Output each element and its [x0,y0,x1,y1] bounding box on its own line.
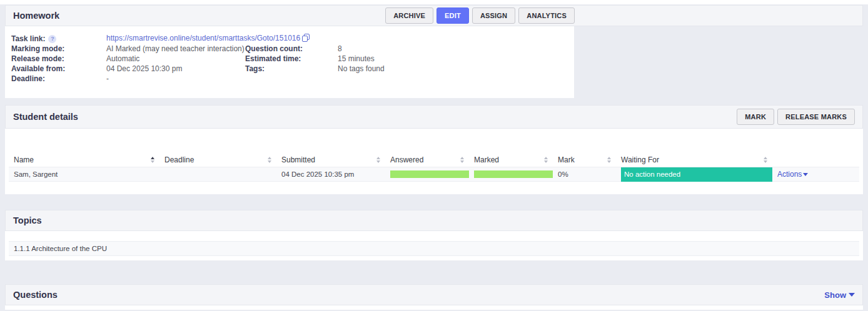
homework-actions: ARCHIVE EDIT ASSIGN ANALYTICS [385,7,575,24]
topics-header: Topics [5,210,863,231]
cell-actions: Actions [772,167,859,181]
column-header-marked[interactable]: Marked [469,152,553,167]
list-item: 1.1.1 Architecture of the CPU [9,241,859,256]
answered-progress-bar [390,170,469,178]
student-table-wrap: Name Deadline Submitted Answered [5,129,863,194]
cell-deadline [159,167,276,181]
sort-icon[interactable] [376,157,380,163]
analytics-button[interactable]: ANALYTICS [518,7,575,24]
marked-progress-bar [474,170,553,178]
chevron-down-icon [803,173,808,176]
topics-card: Topics 1.1.1 Architecture of the CPU [5,210,863,260]
topics-body: 1.1.1 Architecture of the CPU [5,231,863,260]
question-count-label: Question count: [245,44,338,53]
show-questions-toggle[interactable]: Show [824,290,855,300]
homework-card: Homework ARCHIVE EDIT ASSIGN ANALYTICS T… [5,5,863,98]
cell-waiting-for: No action needed [616,167,772,181]
assign-button[interactable]: ASSIGN [472,7,515,24]
waiting-status-badge: No action needed [621,167,772,182]
sort-icon[interactable] [460,157,464,163]
student-details-title: Student details [13,112,78,122]
tags-value: No tags found [338,64,574,73]
cell-answered [385,167,469,181]
archive-button[interactable]: ARCHIVE [385,7,433,24]
question-count-value: 8 [338,44,574,53]
topics-title: Topics [13,215,42,225]
column-header-actions [772,152,859,167]
student-details-card: Student details MARK RELEASE MARKS Name … [5,105,863,194]
column-header-waiting-for[interactable]: Waiting For [616,152,772,167]
column-header-name[interactable]: Name [9,152,159,167]
sort-icon[interactable] [151,157,154,163]
cell-marked [469,167,553,181]
release-marks-button[interactable]: RELEASE MARKS [777,109,855,125]
column-header-mark[interactable]: Mark [553,152,616,167]
task-link-value: https://smartrevise.online/student/smart… [106,34,574,44]
student-details-header: Student details MARK RELEASE MARKS [5,105,863,129]
actions-dropdown[interactable]: Actions [777,170,808,179]
edit-button[interactable]: EDIT [437,7,469,24]
sort-icon[interactable] [607,157,611,163]
sort-icon[interactable] [544,157,548,163]
copy-icon[interactable] [302,34,310,44]
estimated-time-value: 15 minutes [338,54,574,63]
questions-title: Questions [13,290,58,300]
student-table-header: Name Deadline Submitted Answered [9,152,859,167]
estimated-time-label: Estimated time: [245,54,338,63]
student-details-actions: MARK RELEASE MARKS [737,109,855,125]
questions-body [5,305,863,310]
release-mode-label: Release mode: [11,54,106,63]
deadline-label: Deadline: [11,74,106,83]
deadline-value: - [106,74,245,83]
homework-details: Task link: ? https://smartrevise.online/… [5,26,574,98]
questions-card: Questions Show [5,284,863,310]
homework-header: Homework ARCHIVE EDIT ASSIGN ANALYTICS [5,5,863,26]
mark-button[interactable]: MARK [737,109,774,125]
cell-mark: 0% [553,167,616,181]
cell-name: Sam, Sargent [9,167,159,181]
student-table: Name Deadline Submitted Answered [9,152,859,182]
cell-submitted: 04 Dec 2025 10:35 pm [276,167,385,181]
column-header-answered[interactable]: Answered [385,152,469,167]
available-from-value: 04 Dec 2025 10:30 pm [106,64,245,73]
marking-mode-label: Marking mode: [11,44,106,53]
release-mode-value: Automatic [106,54,245,63]
task-link-url[interactable]: https://smartrevise.online/student/smart… [106,34,300,42]
task-link-label: Task link: ? [11,34,106,43]
tags-label: Tags: [245,64,338,73]
column-header-submitted[interactable]: Submitted [276,152,385,167]
column-header-deadline[interactable]: Deadline [159,152,276,167]
homework-title: Homework [13,11,59,21]
sort-icon[interactable] [764,157,767,163]
table-row: Sam, Sargent 04 Dec 2025 10:35 pm 0% No … [9,167,859,182]
available-from-label: Available from: [11,64,106,73]
chevron-down-icon [849,293,855,297]
page: Homework ARCHIVE EDIT ASSIGN ANALYTICS T… [0,4,868,311]
marking-mode-value: AI Marked (may need teacher interaction) [106,44,245,53]
questions-header: Questions Show [5,284,863,305]
help-icon[interactable]: ? [48,35,56,43]
sort-icon[interactable] [268,157,271,163]
